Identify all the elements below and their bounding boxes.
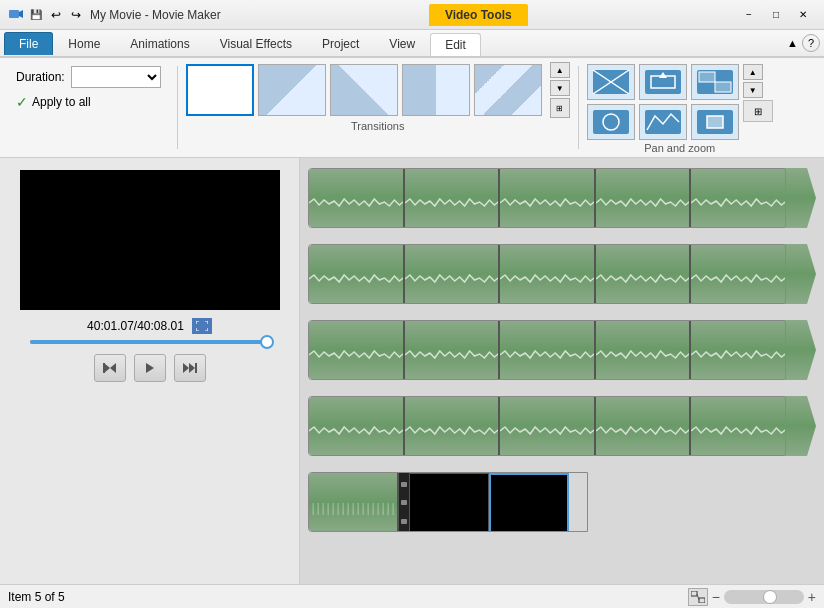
svg-marker-18 [104,363,110,373]
svg-rect-13 [645,110,681,134]
transitions-grid-area: ▲ ▼ ⊞ [186,62,570,118]
pz-scroll-down[interactable]: ▼ [743,82,763,98]
clip-black-1[interactable] [409,473,489,532]
transitions-grid [186,64,542,116]
tab-edit[interactable]: Edit [430,33,481,56]
clip-strip-3[interactable] [308,320,786,380]
clip-black-selected[interactable] [489,473,569,532]
playback-controls [94,354,206,382]
tab-animations[interactable]: Animations [115,32,204,55]
pz-scroll-up[interactable]: ▲ [743,64,763,80]
pz-thumb-2[interactable] [639,64,687,100]
separator2 [578,66,579,149]
clip-segment [500,397,596,455]
progress-bar-area[interactable] [30,340,270,344]
timeline-panel[interactable] [300,158,824,584]
transition-thumb-diagonal-left[interactable] [258,64,326,116]
help-icon[interactable]: ? [802,34,820,52]
transition-thumb-cross[interactable] [402,64,470,116]
pan-zoom-label: Pan and zoom [587,140,773,154]
svg-rect-0 [9,10,19,18]
apply-to-all-label: Apply to all [32,95,91,109]
forward-button[interactable] [174,354,206,382]
duration-label: Duration: [16,70,65,84]
transitions-label: Transitions [186,118,570,132]
zoom-fit-button[interactable] [688,588,708,606]
clip-segment [405,321,501,379]
transition-thumb-diagonal-right[interactable] [330,64,398,116]
pz-thumb-1[interactable] [587,64,635,100]
tab-file[interactable]: File [4,32,53,55]
clip-strip-2[interactable] [308,244,786,304]
svg-marker-1 [19,10,23,18]
clip-segment [596,397,692,455]
ribbon-right: ▲ ? [787,34,820,52]
tab-home[interactable]: Home [53,32,115,55]
clip-segment [691,321,785,379]
restore-button[interactable]: □ [763,5,789,25]
transitions-section: ▲ ▼ ⊞ Transitions [186,62,570,153]
transition-thumb-none[interactable] [186,64,254,116]
transitions-scroll-up[interactable]: ▲ [550,62,570,78]
save-icon[interactable]: 💾 [28,7,44,23]
fullscreen-button[interactable] [192,318,212,334]
svg-rect-24 [699,598,705,603]
svg-rect-9 [699,72,715,82]
zoom-plus-button[interactable]: + [808,589,816,605]
zoom-slider[interactable] [724,590,804,604]
pz-thumb-4[interactable] [587,104,635,140]
pz-thumb-6[interactable] [691,104,739,140]
svg-rect-10 [715,82,731,92]
zoom-minus-button[interactable]: − [712,589,720,605]
ribbon: Duration: ✓ Apply to all ▲ ▼ ⊞ [0,58,824,158]
close-button[interactable]: ✕ [790,5,816,25]
clip-row-5 [308,468,816,536]
status-item-count: Item 5 of 5 [8,590,65,604]
tab-view[interactable]: View [374,32,430,55]
preview-screen [20,170,280,310]
clip-strip-4[interactable] [308,396,786,456]
transitions-scroll-down[interactable]: ▼ [550,80,570,96]
tab-visual-effects[interactable]: Visual Effects [205,32,307,55]
svg-marker-21 [189,363,195,373]
svg-line-25 [697,594,699,600]
status-bar: Item 5 of 5 − + [0,584,824,608]
time-text: 40:01.07/40:08.01 [87,319,184,333]
ribbon-scroll-section: ▲ ▼ ⊞ [550,62,570,118]
progress-thumb[interactable] [260,335,274,349]
clip-segment [596,169,692,227]
clip-segment [596,321,692,379]
redo-icon[interactable]: ↪ [68,7,84,23]
apply-icon: ✓ [16,94,28,110]
main-area: 40:01.07/40:08.01 [0,158,824,584]
time-display: 40:01.07/40:08.01 [87,318,212,334]
transitions-expand[interactable]: ⊞ [550,98,570,118]
apply-row[interactable]: ✓ Apply to all [16,94,161,110]
ribbon-collapse-icon[interactable]: ▲ [787,37,798,49]
pz-grid [587,62,739,140]
pz-extra-btn[interactable]: ⊞ [743,100,773,122]
pz-thumb-3[interactable] [691,64,739,100]
clip-arrow-2 [786,244,816,304]
duration-row: Duration: [16,66,161,88]
clip-segment [405,169,501,227]
pz-thumb-5[interactable] [639,104,687,140]
clip-arrow-1 [786,168,816,228]
duration-select[interactable] [71,66,161,88]
clip-arrow-4 [786,396,816,456]
minimize-button[interactable]: − [736,5,762,25]
tab-project[interactable]: Project [307,32,374,55]
transition-thumb-x[interactable] [474,64,542,116]
duration-apply-section: Duration: ✓ Apply to all [8,62,169,153]
play-button[interactable] [134,354,166,382]
clip-strip-1[interactable] [308,168,786,228]
zoom-controls: − + [688,588,816,606]
pan-zoom-section: ▲ ▼ ⊞ Pan and zoom [587,62,773,153]
window-controls: − □ ✕ [736,5,816,25]
clip-segment [500,321,596,379]
rewind-button[interactable] [94,354,126,382]
app-icon [8,7,24,23]
undo-icon[interactable]: ↩ [48,7,64,23]
clip-segment [309,245,405,303]
film-hole [401,482,407,487]
